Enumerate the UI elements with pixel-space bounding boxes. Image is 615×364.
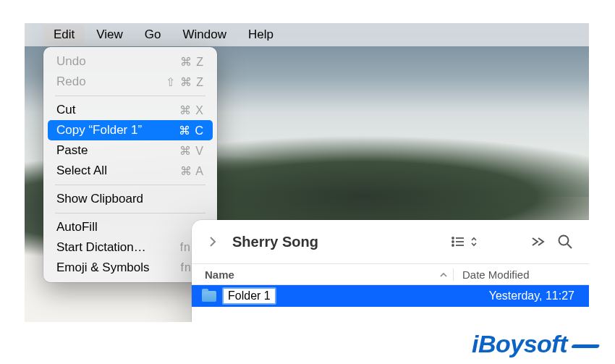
svg-point-0: [452, 237, 454, 239]
menu-item-label: Cut: [56, 103, 75, 117]
menu-item-show-clipboard[interactable]: Show Clipboard: [48, 189, 213, 209]
search-icon[interactable]: [557, 234, 573, 250]
menu-help[interactable]: Help: [238, 25, 284, 45]
file-date-modified: Yesterday, 11:27: [475, 289, 589, 302]
menu-view[interactable]: View: [86, 25, 133, 45]
menu-separator: [55, 213, 205, 213]
menu-item-label: Copy “Folder 1”: [56, 123, 142, 137]
menu-window[interactable]: Window: [173, 25, 237, 45]
view-list-icon[interactable]: [451, 235, 478, 248]
menu-item-start-dictation[interactable]: Start Dictation… fn D: [48, 237, 213, 258]
overflow-icon[interactable]: [530, 236, 546, 247]
menu-item-undo[interactable]: Undo ⌘ Z: [48, 51, 213, 72]
menu-item-label: Redo: [56, 75, 86, 89]
menu-item-copy[interactable]: Copy “Folder 1” ⌘ C: [48, 120, 213, 140]
menubar: Edit View Go Window Help: [25, 23, 589, 46]
svg-point-4: [452, 245, 454, 246]
menu-item-cut[interactable]: Cut ⌘ X: [48, 100, 213, 120]
menu-item-select-all[interactable]: Select All ⌘ A: [48, 161, 213, 181]
chevron-right-icon[interactable]: [208, 237, 218, 247]
menu-item-redo[interactable]: Redo ⇧ ⌘ Z: [48, 72, 213, 92]
sort-ascending-icon[interactable]: [434, 268, 453, 281]
finder-window: Sherry Song: [192, 220, 589, 322]
menu-item-label: Show Clipboard: [56, 192, 143, 206]
chevron-updown-icon: [470, 235, 478, 248]
menu-separator: [55, 185, 205, 185]
menu-item-label: Undo: [56, 54, 86, 69]
finder-toolbar: Sherry Song: [192, 220, 589, 263]
menu-item-label: Select All: [56, 164, 107, 178]
menu-item-shortcut: ⌘ V: [179, 144, 204, 158]
menu-item-label: Paste: [56, 143, 88, 158]
menu-item-shortcut: ⌘ A: [180, 164, 204, 178]
watermark-logo: iBoysoft: [472, 330, 598, 358]
menu-item-shortcut: ⌘ C: [179, 124, 204, 137]
menu-item-autofill[interactable]: AutoFill: [48, 217, 213, 237]
menu-separator: [55, 96, 205, 96]
finder-title: Sherry Song: [232, 234, 318, 250]
edit-dropdown: Undo ⌘ Z Redo ⇧ ⌘ Z Cut ⌘ X Copy “Folder…: [43, 47, 217, 282]
folder-icon: [202, 291, 216, 302]
svg-point-2: [452, 241, 454, 242]
menu-item-shortcut: ⌘ Z: [180, 55, 204, 69]
svg-point-6: [559, 236, 569, 245]
menu-item-label: AutoFill: [56, 220, 98, 234]
column-headers[interactable]: Name Date Modified: [192, 263, 589, 285]
column-date-modified[interactable]: Date Modified: [453, 268, 576, 281]
menu-item-paste[interactable]: Paste ⌘ V: [48, 140, 213, 161]
column-name[interactable]: Name: [205, 268, 434, 281]
filename-edit-field[interactable]: Folder 1: [222, 287, 276, 305]
menu-item-label: Start Dictation…: [56, 240, 146, 255]
menu-item-label: Emoji & Symbols: [56, 261, 149, 275]
svg-line-7: [567, 244, 572, 248]
table-row[interactable]: Folder 1 Yesterday, 11:27: [192, 285, 589, 307]
menu-go[interactable]: Go: [135, 25, 171, 45]
menu-item-shortcut: ⇧ ⌘ Z: [166, 75, 204, 89]
menu-item-shortcut: ⌘ X: [179, 103, 204, 117]
menu-edit[interactable]: Edit: [43, 25, 85, 45]
menu-item-emoji-symbols[interactable]: Emoji & Symbols fn E: [48, 258, 213, 278]
